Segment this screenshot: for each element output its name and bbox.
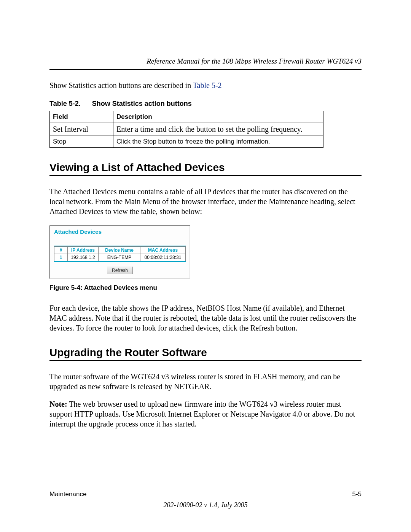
body-paragraph: The Attached Devices menu contains a tab…	[49, 187, 362, 216]
ss-header-ip: IP Address	[68, 247, 99, 254]
screenshot-title: Attached Devices	[54, 228, 186, 235]
screenshot-button-row: Refresh	[54, 267, 186, 274]
section-heading-attached-devices: Viewing a List of Attached Devices	[49, 161, 362, 176]
document-page: Reference Manual for the 108 Mbps Wirele…	[0, 0, 411, 532]
table-cell-field: Set Interval	[50, 123, 113, 136]
ss-header-num: #	[54, 247, 68, 254]
footer-page-number: 5-5	[352, 490, 362, 498]
table-row: Set Interval Enter a time and click the …	[50, 123, 323, 136]
ss-cell-mac: 00:08:02:11:28:31	[140, 254, 186, 261]
note-paragraph: Note: The web browser used to upload new…	[49, 399, 362, 429]
ss-cell-name: ENG-TEMP	[99, 254, 140, 261]
table-caption-number: Table 5-2.	[49, 100, 81, 107]
body-paragraph: For each device, the table shows the IP …	[49, 303, 362, 333]
table-cell-field: Stop	[50, 136, 113, 148]
table-header-field: Field	[50, 111, 113, 123]
table-5-2-caption: Table 5-2.Show Statistics action buttons	[49, 100, 362, 108]
section-heading-upgrading: Upgrading the Router Software	[49, 347, 362, 361]
ss-header-mac: MAC Address	[140, 247, 186, 254]
note-label: Note:	[49, 400, 67, 408]
refresh-button[interactable]: Refresh	[107, 267, 133, 274]
page-header: Reference Manual for the 108 Mbps Wirele…	[49, 57, 362, 70]
body-paragraph: The router software of the WGT624 v3 wir…	[49, 372, 362, 391]
intro-text: Show Statistics action buttons are descr…	[49, 81, 193, 89]
figure-5-4-caption: Figure 5-4: Attached Devices menu	[49, 284, 362, 292]
intro-paragraph: Show Statistics action buttons are descr…	[49, 81, 362, 90]
footer-section-name: Maintenance	[49, 490, 86, 498]
table-row: Stop Click the Stop button to freeze the…	[50, 136, 323, 148]
table-caption-title: Show Statistics action buttons	[92, 100, 192, 107]
table-cell-description: Click the Stop button to freeze the poll…	[113, 136, 323, 148]
table-reference-link[interactable]: Table 5-2	[193, 81, 222, 89]
ss-cell-num: 1	[54, 254, 68, 261]
page-footer: Maintenance 5-5 202-10090-02 v 1.4, July…	[49, 488, 362, 509]
screenshot-table: # IP Address Device Name MAC Address 1 1…	[54, 246, 186, 262]
ss-header-name: Device Name	[99, 247, 140, 254]
ss-cell-ip: 192.168.1.2	[68, 254, 99, 261]
table-header-description: Description	[113, 111, 323, 123]
footer-doc-id: 202-10090-02 v 1.4, July 2005	[49, 501, 362, 509]
table-5-2: Field Description Set Interval Enter a t…	[49, 111, 323, 148]
note-text: The web browser used to upload new firmw…	[49, 400, 355, 428]
attached-devices-screenshot: Attached Devices # IP Address Device Nam…	[49, 225, 190, 279]
ss-table-row: 1 192.168.1.2 ENG-TEMP 00:08:02:11:28:31	[54, 254, 186, 261]
table-cell-description: Enter a time and click the button to set…	[113, 123, 323, 136]
